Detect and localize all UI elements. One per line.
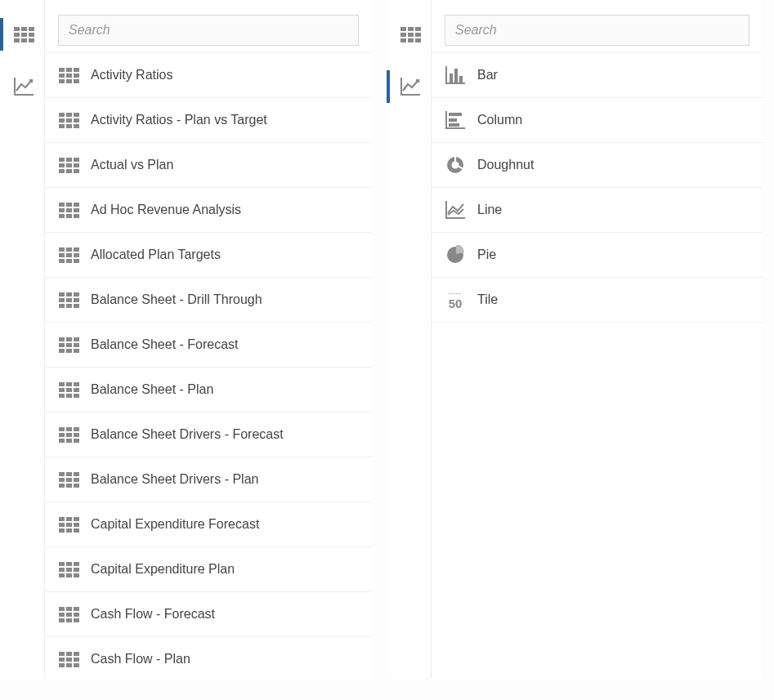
list-item[interactable]: Column <box>432 98 763 143</box>
search-input[interactable] <box>445 15 749 46</box>
list-item[interactable]: Ad Hoc Revenue Analysis <box>45 188 372 233</box>
list-item-label: Line <box>477 203 749 217</box>
grid-icon <box>58 514 79 535</box>
charts-list-scroll[interactable]: BarColumnDoughnutLinePie----50Tile <box>432 52 763 678</box>
sidebar-tab-chart[interactable] <box>387 70 431 103</box>
grid-icon <box>58 649 79 670</box>
list-item[interactable]: Balance Sheet - Plan <box>45 368 372 412</box>
chart-icon <box>400 78 420 96</box>
grid-icon <box>14 27 34 42</box>
column-icon <box>445 109 466 131</box>
search-wrap <box>45 0 372 52</box>
grid-icon <box>58 379 79 400</box>
doughnut-icon <box>445 154 466 176</box>
search-wrap <box>432 0 763 52</box>
list-item-label: Balance Sheet Drivers - Forecast <box>91 427 359 442</box>
list-item[interactable]: Cash Flow - Forecast <box>45 592 372 637</box>
sidebar-tab-grid[interactable] <box>0 18 44 51</box>
list-item[interactable]: Capital Expenditure Plan <box>45 547 372 592</box>
list-item-label: Allocated Plan Targets <box>91 247 359 262</box>
grid-icon <box>58 469 79 490</box>
list-item[interactable]: Allocated Plan Targets <box>45 233 372 278</box>
list-item-label: Ad Hoc Revenue Analysis <box>91 203 359 217</box>
list-item[interactable]: Activity Ratios <box>45 53 372 98</box>
list-item-label: Cash Flow - Plan <box>91 652 359 667</box>
list-item[interactable]: Bar <box>432 53 763 98</box>
search-input[interactable] <box>58 15 359 46</box>
list-item[interactable]: Balance Sheet - Forecast <box>45 323 372 368</box>
grid-icon <box>58 154 79 176</box>
grid-icon <box>58 334 79 355</box>
sidebar-tab-chart[interactable] <box>0 70 44 103</box>
reports-list-scroll[interactable]: Activity RatiosActivity Ratios - Plan vs… <box>45 52 372 678</box>
bar-icon <box>445 65 466 86</box>
list-item[interactable]: Balance Sheet Drivers - Forecast <box>45 412 372 457</box>
list-item-label: Pie <box>477 247 749 262</box>
list-item[interactable]: Pie <box>432 233 763 278</box>
list-item-label: Tile <box>477 292 749 307</box>
list-item[interactable]: Line <box>432 188 763 233</box>
list-item[interactable]: ----50Tile <box>432 278 763 323</box>
panel-charts: BarColumnDoughnutLinePie----50Tile <box>387 0 763 678</box>
list-item[interactable]: Doughnut <box>432 143 763 188</box>
grid-icon <box>58 604 79 625</box>
sidebar-right <box>387 0 431 678</box>
charts-list: BarColumnDoughnutLinePie----50Tile <box>432 53 763 323</box>
reports-main: Activity RatiosActivity Ratios - Plan vs… <box>44 0 372 678</box>
list-item-label: Doughnut <box>477 158 749 172</box>
grid-icon <box>58 109 79 131</box>
list-item[interactable]: Activity Ratios - Plan vs Target <box>45 98 372 143</box>
list-item[interactable]: Balance Sheet Drivers - Plan <box>45 457 372 502</box>
list-item-label: Balance Sheet - Forecast <box>91 337 359 352</box>
chart-icon <box>14 78 34 96</box>
sidebar-tab-grid[interactable] <box>387 18 431 51</box>
reports-list: Activity RatiosActivity Ratios - Plan vs… <box>45 53 372 678</box>
grid-icon <box>58 244 79 265</box>
panel-reports: Activity RatiosActivity Ratios - Plan vs… <box>0 0 372 678</box>
charts-main: BarColumnDoughnutLinePie----50Tile <box>431 0 763 678</box>
grid-icon <box>58 424 79 445</box>
list-item[interactable]: Capital Expenditure Forecast <box>45 502 372 547</box>
list-item-label: Activity Ratios <box>91 68 359 82</box>
grid-icon <box>400 27 421 42</box>
list-item-label: Column <box>477 113 749 127</box>
list-item[interactable]: Balance Sheet - Drill Through <box>45 278 372 323</box>
tile-icon: ----50 <box>445 289 466 310</box>
list-item-label: Cash Flow - Forecast <box>91 607 359 622</box>
list-item-label: Capital Expenditure Forecast <box>91 517 359 532</box>
grid-icon <box>58 199 79 221</box>
list-item[interactable]: Cash Flow - Plan <box>45 637 372 678</box>
grid-icon <box>58 559 79 580</box>
list-item[interactable]: Actual vs Plan <box>45 143 372 188</box>
list-item-label: Balance Sheet - Drill Through <box>91 292 359 307</box>
sidebar-left <box>0 0 44 678</box>
line-icon <box>445 199 466 221</box>
list-item-label: Balance Sheet - Plan <box>91 382 359 397</box>
pie-icon <box>445 244 466 265</box>
list-item-label: Capital Expenditure Plan <box>91 562 359 577</box>
grid-icon <box>58 65 79 86</box>
grid-icon <box>58 289 79 310</box>
list-item-label: Balance Sheet Drivers - Plan <box>91 472 359 487</box>
list-item-label: Actual vs Plan <box>91 158 359 172</box>
list-item-label: Activity Ratios - Plan vs Target <box>91 113 359 127</box>
list-item-label: Bar <box>477 68 749 82</box>
